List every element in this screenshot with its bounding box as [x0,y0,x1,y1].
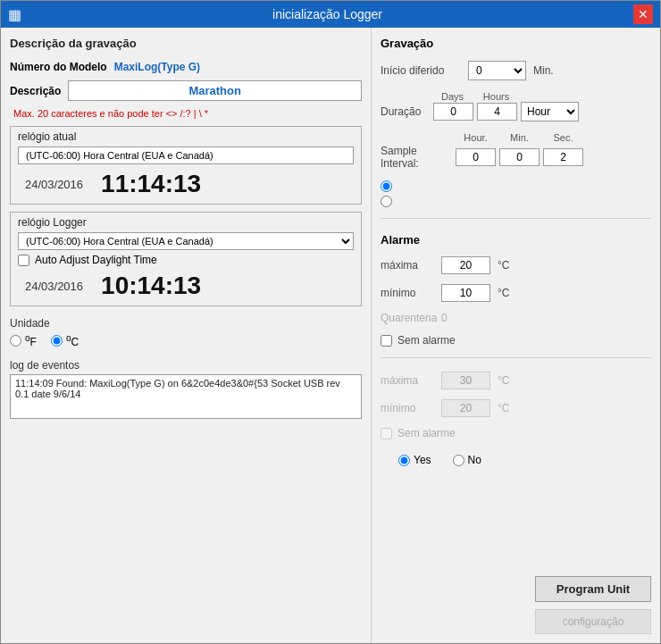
right-panel: Gravação Início diferido 0 1 5 10 Min. D… [372,28,660,643]
relogio-atual-time: 11:14:13 [101,170,201,198]
min-label: Min. [533,64,554,77]
sample-hour-input[interactable] [456,148,496,166]
maxima2-celsius: °C [498,374,509,387]
window-title: inicialização Logger [21,7,633,21]
duracao-inputs: Duração Hour Hours Days [381,102,651,121]
min2-header: Min. [499,132,540,143]
radio-option-1[interactable] [381,180,651,192]
numero-modelo-label: Número do Modelo [10,61,107,73]
minimo-celsius: °C [498,287,509,299]
sem-alarme-checkbox[interactable] [381,335,392,347]
divider-1 [381,218,651,219]
duracao-hours-input[interactable] [477,103,517,121]
log-area: 11:14:09 Found: MaxiLog(Type G) on 6&2c0… [10,374,362,419]
no-radio[interactable] [453,455,464,466]
fahrenheit-option[interactable]: oF [10,333,37,348]
quarentena-row: Quarentena 0 [381,312,651,324]
radio-option-2[interactable] [381,196,651,207]
maxima-label: máxima [381,259,434,272]
sample-sec-input[interactable] [543,148,583,166]
configuracao-button[interactable]: configuração [535,609,651,634]
auto-adjust-checkbox[interactable] [18,255,29,266]
maxima-celsius: °C [498,259,509,272]
maxima2-label: máxima [381,374,434,387]
yes-option[interactable]: Yes [398,454,431,466]
numero-modelo-value[interactable]: MaxiLog(Type G) [114,61,200,73]
buttons-section: Program Unit configuração [381,565,651,634]
auto-adjust-row: Auto Adjust Daylight Time [18,254,354,266]
relogio-logger-title: relógio Logger [18,216,354,229]
maxima-row: máxima °C [381,256,651,274]
sample-interval-label: Sample Interval: [381,145,452,170]
radio-section [381,180,651,207]
minimo-label: mínimo [381,287,434,299]
sem-alarme2-label: Sem alarme [397,427,456,439]
gravacao-title: Gravação [381,37,651,50]
hours-header: Hours [476,91,516,102]
radio-2[interactable] [381,196,392,207]
model-row: Número do Modelo MaxiLog(Type G) [10,61,362,73]
logger-timezone-row: (UTC-06:00) Hora Central (EUA e Canadá) [18,232,354,250]
description-row: Descrição [10,80,362,101]
sem-alarme-label: Sem alarme [397,334,456,347]
minimo2-celsius: °C [498,402,509,414]
log-section: log de eventos 11:14:09 Found: MaxiLog(T… [10,359,362,419]
days-header: Days [432,91,473,102]
log-title: log de eventos [10,359,362,372]
minimo-input[interactable] [441,284,490,302]
auto-adjust-label: Auto Adjust Daylight Time [35,254,157,266]
relogio-atual-timezone: (UTC-06:00) Hora Central (EUA e Canadá) [18,146,354,164]
yes-radio[interactable] [398,455,410,466]
logger-time: 10:14:13 [101,272,201,300]
minimo2-input [441,399,490,417]
maxima-input[interactable] [441,256,490,274]
radio-1[interactable] [381,180,392,192]
sem-alarme2-checkbox [381,428,392,439]
sample-interval-row: Hour. Min. Sec. Sample Interval: [381,132,651,170]
maxima2-row: máxima °C [381,372,651,389]
celsius-radio[interactable] [51,335,63,347]
unidade-title: Unidade [10,317,362,330]
quarentena-label: Quarentena [381,312,434,324]
hours-select[interactable]: Hour Hours Days [521,102,579,121]
duracao-days-input[interactable] [433,103,473,121]
celsius-option[interactable]: oC [51,333,79,348]
program-unit-button[interactable]: Program Unit [535,576,651,602]
left-panel: Descrição da gravação Número do Modelo M… [1,28,372,643]
duracao-section: Days Hours Duração Hour Hours Days [381,91,651,121]
fahrenheit-label: oF [25,333,37,348]
hour-header: Hour. [456,132,496,143]
divider-2 [381,357,651,358]
no-option[interactable]: No [453,454,481,466]
app-icon: ▦ [8,6,21,23]
duracao-label: Duração [381,105,430,118]
minimo2-row: mínimo °C [381,399,651,417]
minimo-row: mínimo °C [381,284,651,302]
unidade-radio-row: oF oC [10,333,362,348]
quarentena-value: 0 [441,312,448,324]
inicio-diferido-row: Início diferido 0 1 5 10 Min. [381,61,651,80]
inicio-diferido-select[interactable]: 0 1 5 10 [468,61,526,80]
unidade-section: Unidade oF oC [10,317,362,348]
relogio-atual-date: 24/03/2016 [25,178,83,191]
titlebar: ▦ inicialização Logger ✕ [1,1,660,28]
close-button[interactable]: ✕ [633,4,653,24]
descricao-label: Descrição [10,85,61,97]
logger-timezone-select[interactable]: (UTC-06:00) Hora Central (EUA e Canadá) [18,232,354,250]
relogio-logger-section: relógio Logger (UTC-06:00) Hora Central … [10,212,362,306]
descricao-input[interactable] [68,80,362,101]
sem-alarme-row: Sem alarme [381,334,651,347]
no-label: No [468,454,481,466]
fahrenheit-radio[interactable] [10,335,21,347]
sec-header: Sec. [543,132,583,143]
sample-min-input[interactable] [499,148,540,166]
celsius-label: oC [66,333,79,348]
main-content: Descrição da gravação Número do Modelo M… [1,28,660,643]
main-window: ▦ inicialização Logger ✕ Descrição da gr… [0,0,661,644]
warning-text: Max. 20 caracteres e não pode ter <> /:?… [13,108,362,119]
minimo2-label: mínimo [381,402,434,414]
logger-datetime: 24/03/2016 10:14:13 [18,270,354,302]
alarme-title: Alarme [381,233,651,247]
maxima2-input [441,372,490,389]
descricao-gravacao-title: Descrição da gravação [10,37,362,50]
